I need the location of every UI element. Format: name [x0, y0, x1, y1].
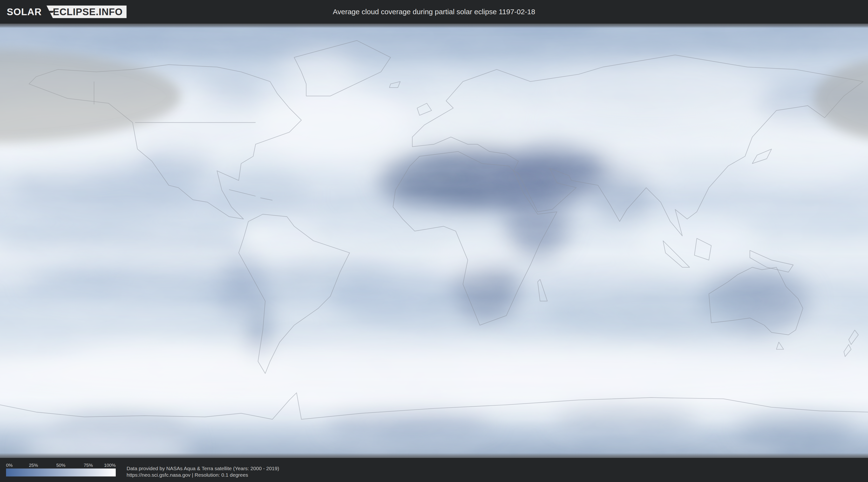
logo-badge: ECLIPSE.INFO [43, 5, 127, 18]
page-title: Average cloud coverage during partial so… [333, 8, 535, 16]
page: SOLAR ECLIPSE.INFO Average cloud coverag… [0, 0, 868, 482]
header: SOLAR ECLIPSE.INFO Average cloud coverag… [0, 0, 868, 24]
world-cloud-map [0, 24, 868, 458]
logo-text-eclipse-info: ECLIPSE.INFO [53, 6, 123, 17]
source-url-text: https://neo.sci.gsfc.nasa.gov | Resoluti… [127, 472, 279, 478]
logo-dash-icon [47, 11, 54, 13]
footer: 0% 25% 50% 75% 100% Data provided by NAS… [0, 458, 868, 482]
legend-tick-label: 25% [29, 463, 38, 468]
map-bottom-edge [0, 453, 868, 458]
legend-gradient-bar [6, 469, 116, 477]
site-logo[interactable]: SOLAR ECLIPSE.INFO [7, 5, 127, 18]
legend-tick-labels: 0% 25% 50% 75% 100% [6, 463, 116, 468]
legend-tick-label: 0% [6, 463, 12, 468]
legend-tick-label: 75% [84, 463, 93, 468]
map-image [0, 24, 868, 458]
credits: Data provided by NASAs Aqua & Terra sate… [127, 465, 279, 478]
data-source-text: Data provided by NASAs Aqua & Terra sate… [127, 465, 279, 472]
map-top-edge [0, 24, 868, 28]
logo-text-solar: SOLAR [7, 6, 42, 18]
legend-tick-label: 100% [104, 463, 116, 468]
cloud-coverage-legend: 0% 25% 50% 75% 100% [6, 458, 116, 482]
legend-tick-label: 50% [56, 463, 65, 468]
